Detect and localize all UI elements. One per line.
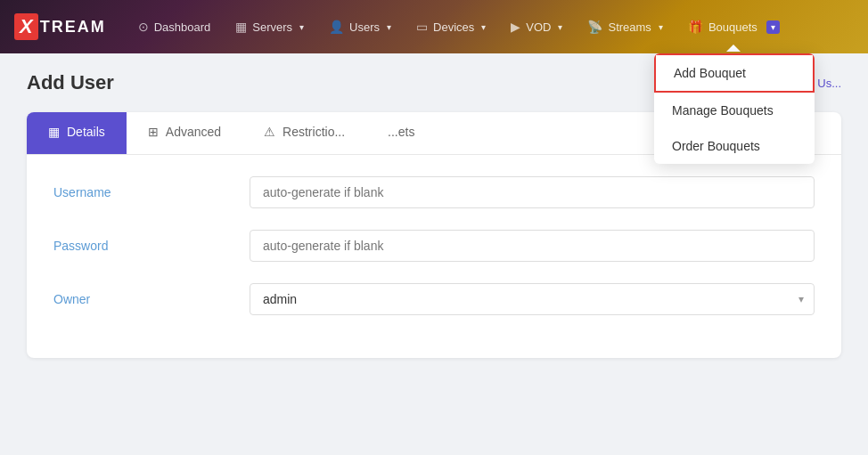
streams-chevron-icon: ▾: [659, 22, 663, 32]
tab-details-label: Details: [67, 125, 105, 139]
nav-label-vod: VOD: [526, 20, 551, 34]
nav-item-devices[interactable]: ▭ Devices ▾: [405, 14, 496, 39]
bouquets-dropdown-toggle[interactable]: ▾: [766, 20, 780, 34]
tab-restrictions[interactable]: ⚠ Restrictio...: [242, 112, 366, 154]
nav-label-streams: Streams: [608, 20, 651, 34]
form-row-password: Password: [53, 230, 815, 262]
users-chevron-icon: ▾: [387, 22, 391, 32]
username-input[interactable]: [250, 176, 815, 208]
nav-item-bouquets[interactable]: 🎁 Bouquets ▾: [677, 14, 790, 39]
logo-text: TREAM: [40, 18, 106, 37]
tab-advanced-label: Advanced: [166, 125, 221, 139]
nav-item-servers[interactable]: ▦ Servers ▾: [225, 14, 315, 39]
page-title: Add User: [27, 71, 114, 94]
devices-icon: ▭: [416, 20, 428, 34]
vod-icon: ▶: [511, 20, 520, 34]
nav-item-dashboard[interactable]: ⊙ Dashboard: [127, 14, 222, 39]
nav-label-bouquets: Bouquets: [708, 20, 757, 34]
nav-item-users[interactable]: 👤 Users ▾: [318, 14, 402, 39]
tab-bouquets[interactable]: ...ets: [366, 112, 436, 154]
nav-item-streams[interactable]: 📡 Streams ▾: [577, 14, 673, 39]
tab-advanced[interactable]: ⊞ Advanced: [127, 112, 242, 154]
dashboard-icon: ⊙: [138, 20, 149, 34]
dropdown-item-manage-bouquets[interactable]: Manage Bouquets: [654, 93, 815, 128]
bouquets-dropdown-arrow: [726, 45, 741, 52]
streams-icon: 📡: [587, 20, 602, 34]
tab-bouquets-label: ...ets: [388, 125, 414, 139]
form-body: Username Password Owner admin ▾: [27, 155, 841, 358]
nav-items: ⊙ Dashboard ▦ Servers ▾ 👤 Users ▾ ▭ Devi…: [127, 14, 854, 39]
bouquets-nav-button[interactable]: 🎁 Bouquets ▾: [677, 14, 790, 39]
password-input[interactable]: [250, 230, 815, 262]
form-row-username: Username: [53, 176, 815, 208]
nav-label-users: Users: [349, 20, 380, 34]
dropdown-item-order-bouquets[interactable]: Order Bouquets: [654, 128, 815, 164]
advanced-tab-icon: ⊞: [148, 125, 159, 139]
servers-chevron-icon: ▾: [299, 22, 304, 32]
nav-item-vod[interactable]: ▶ VOD ▾: [500, 14, 573, 39]
password-label: Password: [53, 239, 250, 253]
owner-label: Owner: [53, 292, 250, 306]
users-icon: 👤: [329, 20, 344, 34]
dropdown-item-add-bouquet[interactable]: Add Bouquet: [654, 53, 815, 93]
details-tab-icon: ▦: [48, 125, 60, 139]
nav-label-servers: Servers: [252, 20, 292, 34]
nav-label-dashboard: Dashboard: [154, 20, 211, 34]
owner-select[interactable]: admin: [250, 283, 815, 315]
servers-icon: ▦: [235, 20, 247, 34]
tab-details[interactable]: ▦ Details: [27, 112, 127, 154]
username-label: Username: [53, 185, 250, 199]
logo[interactable]: X TREAM: [14, 13, 106, 40]
owner-select-wrapper: admin ▾: [250, 283, 815, 315]
nav-label-devices: Devices: [433, 20, 474, 34]
logo-x-icon: X: [14, 13, 38, 40]
tab-restrictions-label: Restrictio...: [283, 125, 345, 139]
bouquets-dropdown-menu: Add Bouquet Manage Bouquets Order Bouque…: [654, 53, 815, 164]
bouquets-chevron-icon: ▾: [771, 22, 775, 32]
vod-chevron-icon: ▾: [558, 22, 562, 32]
restrictions-tab-icon: ⚠: [264, 125, 275, 139]
form-row-owner: Owner admin ▾: [53, 283, 815, 315]
navbar: X TREAM ⊙ Dashboard ▦ Servers ▾ 👤 Users …: [0, 0, 868, 53]
bouquets-icon: 🎁: [688, 20, 703, 34]
devices-chevron-icon: ▾: [481, 22, 486, 32]
